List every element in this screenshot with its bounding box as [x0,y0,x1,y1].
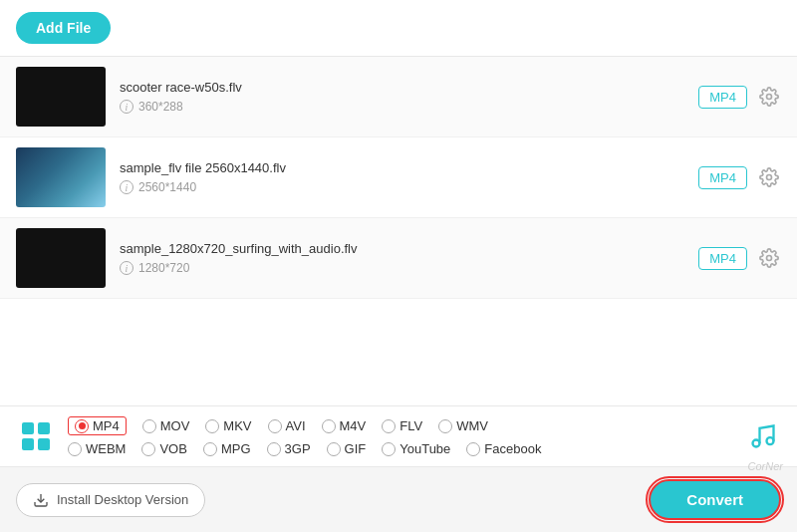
file-item: scooter race-w50s.flv i 360*288 MP4 [0,57,797,137]
file-actions-3: MP4 [698,246,781,270]
file-actions-1: MP4 [698,85,781,109]
radio-gif [327,442,341,456]
gear-icon-1[interactable] [757,85,781,109]
format-label-flv: FLV [399,418,422,433]
file-thumbnail-1 [16,67,106,127]
file-resolution-3: 1280*720 [138,261,189,275]
radio-mov [142,419,156,433]
format-option-wmv[interactable]: WMV [438,418,488,433]
radio-m4v [322,419,336,433]
format-label-vob: VOB [159,441,186,456]
info-icon-2: i [120,180,133,194]
svg-point-1 [767,175,772,180]
format-label-mkv: MKV [223,418,251,433]
format-label-gif: GIF [345,441,367,456]
format-row-2: WEBM VOB MPG 3GP GIF [68,441,735,456]
svg-point-8 [767,437,774,444]
download-icon [33,492,49,508]
format-label-webm: WEBM [86,441,126,456]
format-option-gif[interactable]: GIF [327,441,367,456]
format-options: MP4 MOV MKV AVI M4V [68,416,735,456]
file-thumbnail-2 [16,147,106,207]
install-desktop-label: Install Desktop Version [57,492,188,507]
format-option-avi[interactable]: AVI [268,418,306,433]
svg-rect-4 [38,422,50,434]
info-icon-3: i [120,261,133,275]
file-thumbnail-3 [16,228,106,288]
file-info-1: scooter race-w50s.flv i 360*288 [120,80,698,114]
format-label-m4v: M4V [340,418,367,433]
format-label-avi: AVI [286,418,306,433]
format-badge-1[interactable]: MP4 [698,86,747,109]
format-label-youtube: YouTube [399,441,450,456]
radio-facebook [466,442,480,456]
file-actions-2: MP4 [698,165,781,189]
gear-icon-2[interactable] [757,165,781,189]
format-badge-3[interactable]: MP4 [698,247,747,270]
svg-rect-5 [22,438,34,450]
format-bar: MP4 MOV MKV AVI M4V [0,405,797,466]
format-option-m4v[interactable]: M4V [322,418,367,433]
music-icon[interactable] [745,418,781,454]
format-option-webm[interactable]: WEBM [68,441,126,456]
format-option-3gp[interactable]: 3GP [267,441,311,456]
convert-button[interactable]: Convert [649,479,781,520]
file-meta-3: i 1280*720 [120,261,698,275]
format-option-mp4[interactable]: MP4 [68,416,127,435]
format-label-mp4: MP4 [93,418,120,433]
file-list: scooter race-w50s.flv i 360*288 MP4 [0,57,797,405]
file-name-3: sample_1280x720_surfing_with_audio.flv [120,241,698,256]
svg-point-2 [767,256,772,261]
radio-wmv [438,419,452,433]
file-info-3: sample_1280x720_surfing_with_audio.flv i… [120,241,698,275]
format-row-1: MP4 MOV MKV AVI M4V [68,416,735,435]
format-label-mov: MOV [160,418,190,433]
format-badge-2[interactable]: MP4 [698,166,747,189]
format-option-mov[interactable]: MOV [142,418,190,433]
radio-mp4-inner [79,422,86,429]
format-option-facebook[interactable]: Facebook [466,441,541,456]
format-option-youtube[interactable]: YouTube [382,441,450,456]
format-label-3gp: 3GP [285,441,311,456]
header: Add File [0,0,797,57]
format-label-mpg: MPG [221,441,251,456]
radio-vob [141,442,155,456]
format-option-vob[interactable]: VOB [141,441,186,456]
file-meta-1: i 360*288 [120,100,698,114]
file-name-2: sample_flv file 2560x1440.flv [120,160,698,175]
radio-mkv [205,419,219,433]
radio-webm [68,442,82,456]
file-info-2: sample_flv file 2560x1440.flv i 2560*144… [120,160,698,194]
bottom-bar: Install Desktop Version Convert [0,466,797,532]
svg-point-0 [767,95,772,100]
format-grid-icon [16,416,56,456]
file-resolution-2: 2560*1440 [138,180,196,194]
info-icon-1: i [120,100,133,114]
file-resolution-1: 360*288 [138,100,183,114]
radio-avi [268,419,282,433]
format-option-flv[interactable]: FLV [382,418,422,433]
svg-rect-6 [38,438,50,450]
radio-flv [382,419,396,433]
main-container: Add File scooter race-w50s.flv i 360*288… [0,0,797,532]
file-meta-2: i 2560*1440 [120,180,698,194]
svg-rect-3 [22,422,34,434]
gear-icon-3[interactable] [757,246,781,270]
install-desktop-button[interactable]: Install Desktop Version [16,483,205,517]
radio-mp4 [75,419,89,433]
format-option-mpg[interactable]: MPG [203,441,251,456]
format-label-wmv: WMV [456,418,488,433]
radio-youtube [382,442,396,456]
file-item-3: sample_1280x720_surfing_with_audio.flv i… [0,218,797,299]
corner-watermark: CorNer [748,460,783,472]
format-option-mkv[interactable]: MKV [205,418,251,433]
file-item-2: sample_flv file 2560x1440.flv i 2560*144… [0,137,797,218]
file-name-1: scooter race-w50s.flv [120,80,698,95]
radio-3gp [267,442,281,456]
svg-point-7 [753,440,760,447]
format-label-facebook: Facebook [484,441,541,456]
radio-mpg [203,442,217,456]
add-file-button[interactable]: Add File [16,12,111,44]
